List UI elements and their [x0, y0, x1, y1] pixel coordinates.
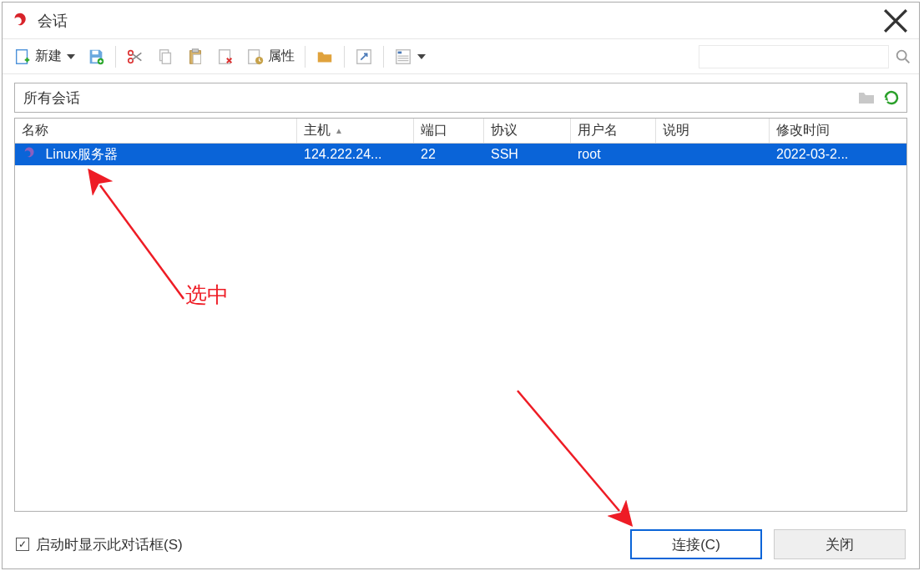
- svg-rect-11: [193, 54, 200, 63]
- shortcut-button[interactable]: [351, 44, 377, 69]
- save-button[interactable]: [83, 44, 109, 69]
- checkbox-icon: ✓: [16, 538, 29, 551]
- close-button[interactable]: 关闭: [774, 529, 906, 559]
- view-mode-button[interactable]: [390, 44, 430, 69]
- cell-user: root: [571, 147, 656, 162]
- new-button-label: 新建: [35, 48, 62, 65]
- refresh-button[interactable]: [881, 88, 901, 108]
- copy-icon: [156, 48, 174, 66]
- cut-button[interactable]: [122, 44, 149, 69]
- list-view-icon: [394, 48, 412, 66]
- window-close-button[interactable]: [877, 6, 914, 36]
- search-button[interactable]: [894, 48, 912, 66]
- col-header-host[interactable]: 主机▲: [297, 119, 414, 143]
- search-input[interactable]: [699, 45, 889, 68]
- properties-button[interactable]: 属性: [242, 44, 299, 69]
- session-dialog: 会话 新建: [2, 2, 920, 569]
- svg-point-18: [897, 50, 906, 59]
- toolbar-separator: [383, 46, 384, 68]
- table-header: 名称 主机▲ 端口 协议 用户名 说明 修改时间: [15, 119, 906, 144]
- new-file-icon: [13, 48, 32, 66]
- cell-protocol: SSH: [484, 147, 571, 162]
- breadcrumb-label: 所有会话: [23, 88, 80, 108]
- dropdown-caret-icon: [67, 54, 75, 59]
- window-title: 会话: [38, 11, 68, 31]
- properties-button-label: 属性: [268, 48, 295, 65]
- cell-port: 22: [414, 147, 484, 162]
- cell-modified: 2022-03-2...: [770, 147, 906, 162]
- folder-grey-icon: [856, 88, 876, 108]
- folder-button[interactable]: [311, 44, 338, 69]
- close-icon: [877, 3, 914, 39]
- delete-icon: [216, 48, 235, 66]
- show-on-start-label: 启动时显示此对话框(S): [36, 535, 183, 554]
- svg-rect-2: [92, 50, 98, 54]
- properties-icon: [246, 48, 265, 66]
- col-header-modified[interactable]: 修改时间: [770, 119, 906, 143]
- titlebar: 会话: [3, 3, 919, 39]
- content-area: 所有会话 名称 主机▲ 端口: [3, 74, 919, 520]
- sort-asc-icon: ▲: [335, 126, 343, 135]
- clipboard-icon: [186, 48, 204, 66]
- table-body[interactable]: Linux服务器 124.222.24... 22 SSH root 2022-…: [15, 144, 906, 511]
- shortcut-icon: [355, 48, 373, 66]
- toolbar-separator: [305, 46, 305, 68]
- col-header-desc[interactable]: 说明: [656, 119, 770, 143]
- svg-rect-10: [192, 48, 198, 52]
- session-table: 名称 主机▲ 端口 协议 用户名 说明 修改时间 Linux服务器: [14, 118, 907, 512]
- svg-rect-8: [162, 53, 170, 63]
- table-row[interactable]: Linux服务器 124.222.24... 22 SSH root 2022-…: [15, 144, 906, 165]
- refresh-icon: [881, 88, 901, 108]
- cell-name: Linux服务器: [45, 147, 117, 161]
- scissors-icon: [126, 48, 144, 66]
- col-header-protocol[interactable]: 协议: [484, 119, 571, 143]
- session-icon: [22, 146, 37, 161]
- cell-host: 124.222.24...: [297, 147, 414, 162]
- new-button[interactable]: 新建: [9, 44, 79, 69]
- toolbar: 新建: [3, 39, 919, 74]
- toolbar-separator: [344, 46, 345, 68]
- toolbar-separator: [115, 46, 116, 68]
- footer: ✓ 启动时显示此对话框(S) 连接(C) 关闭: [3, 520, 919, 568]
- copy-button[interactable]: [152, 44, 179, 69]
- svg-rect-0: [17, 49, 28, 63]
- save-icon: [87, 48, 105, 66]
- dropdown-caret-icon: [417, 54, 426, 59]
- paste-button[interactable]: [182, 44, 209, 69]
- show-on-start-checkbox[interactable]: ✓ 启动时显示此对话框(S): [16, 535, 183, 554]
- col-header-name[interactable]: 名称: [15, 119, 297, 143]
- col-header-user[interactable]: 用户名: [571, 119, 656, 143]
- search-icon: [894, 48, 912, 66]
- breadcrumb-bar: 所有会话: [14, 83, 907, 113]
- connect-button[interactable]: 连接(C): [630, 529, 762, 559]
- folder-icon: [316, 48, 334, 66]
- app-icon: [11, 12, 29, 30]
- folder-grey-button[interactable]: [856, 88, 876, 108]
- delete-button[interactable]: [212, 44, 239, 69]
- col-header-port[interactable]: 端口: [414, 119, 484, 143]
- svg-rect-17: [398, 51, 402, 53]
